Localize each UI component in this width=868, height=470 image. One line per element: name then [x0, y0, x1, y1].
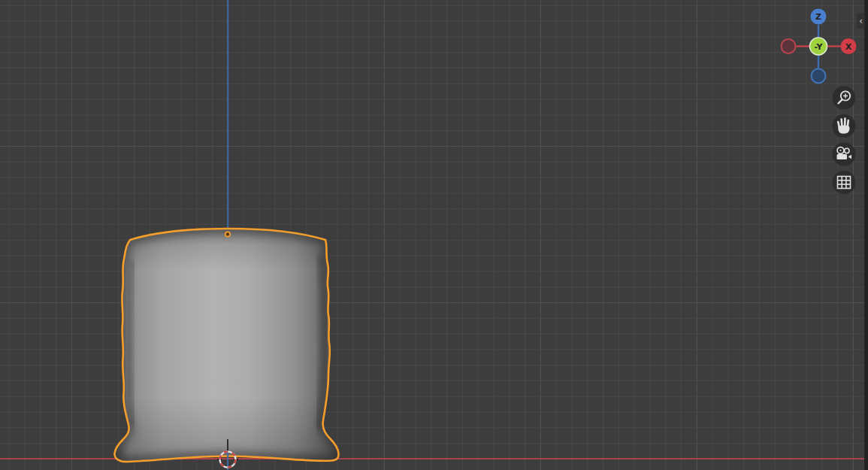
chevron-left-icon: ‹ [859, 15, 863, 26]
camera-view-button[interactable] [833, 143, 856, 166]
z-axis-line-upper [227, 0, 228, 232]
gizmo-axis-y-negative-active[interactable]: -Y [810, 38, 827, 55]
orthographic-toggle-button[interactable] [833, 171, 856, 194]
gizmo-axis-x-negative[interactable] [782, 39, 796, 53]
object-origin-dot [225, 232, 230, 236]
selected-mesh-object[interactable] [114, 229, 338, 462]
mesh-shading [114, 229, 338, 462]
gizmo-negy-label: -Y [815, 42, 824, 52]
blender-3d-viewport[interactable]: ‹ Z X -Y [0, 0, 868, 470]
gizmo-z-label: Z [815, 12, 821, 22]
sidebar-expand-tab[interactable]: ‹ [857, 13, 865, 29]
gizmo-axis-x-positive[interactable]: X [841, 38, 857, 54]
zoom-button[interactable] [833, 86, 856, 110]
gizmo-x-label: X [845, 42, 852, 52]
gizmo-axis-z-positive[interactable]: Z [811, 9, 827, 25]
region-edge-strip [864, 0, 868, 470]
navigation-gizmo[interactable]: Z X -Y [782, 9, 857, 83]
gizmo-axis-z-negative[interactable] [812, 69, 826, 83]
side-toolbar [833, 86, 856, 195]
pan-button[interactable] [833, 114, 856, 138]
